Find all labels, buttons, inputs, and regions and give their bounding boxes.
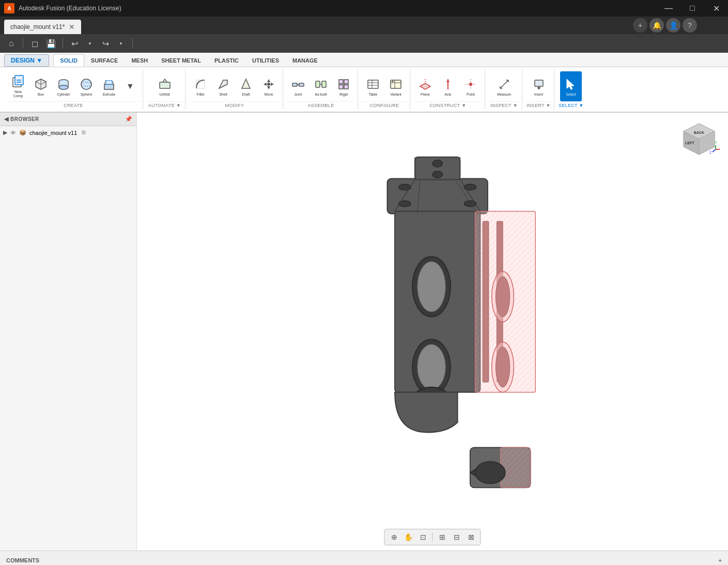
unfold-button[interactable]: Unfold	[154, 71, 176, 101]
design-dropdown[interactable]: DESIGN ▼	[4, 54, 49, 67]
tab-solid[interactable]: SOLID	[53, 54, 84, 67]
title-text: Autodesk Fusion (Education License)	[19, 5, 121, 12]
insert-buttons: Insert	[528, 71, 550, 101]
pan-button[interactable]: ✋	[402, 531, 415, 543]
help-button[interactable]: ?	[683, 18, 697, 33]
rigid-group-button[interactable]: Rigid	[333, 71, 354, 101]
separator-2	[63, 38, 63, 49]
plane-button[interactable]: Plane	[414, 71, 436, 101]
tab-utilities[interactable]: UTILITIES	[245, 54, 286, 67]
grid-button[interactable]: ⊟	[451, 531, 463, 543]
svg-marker-47	[446, 79, 450, 82]
select-label: SELECT ▼	[559, 101, 584, 109]
asbuilt-joint-button[interactable]: As-built	[310, 71, 332, 101]
undo-button[interactable]: ↩	[67, 36, 82, 51]
zoom-fit-button[interactable]: ⊡	[417, 531, 429, 543]
browser-item-settings[interactable]: ⚙	[81, 129, 86, 136]
insert-group: Insert INSERT ▼	[523, 69, 554, 110]
svg-marker-21	[267, 79, 270, 82]
tab-bar: chaojie_mount v11* ✕ + 🔔 👤 ?	[0, 17, 728, 34]
new-tab-button[interactable]: +	[633, 18, 647, 33]
app-icon: A	[4, 3, 14, 13]
comments-expand[interactable]: +	[719, 557, 722, 563]
browser-item-label: chaojie_mount v11	[29, 130, 77, 136]
browser-collapse-icon[interactable]: ◀	[4, 116, 8, 123]
redo-button[interactable]: ↪	[98, 36, 113, 51]
browser-pin-icon[interactable]: 📌	[125, 116, 132, 123]
cylinder-button[interactable]: Cylinder	[53, 71, 74, 101]
svg-rect-34	[339, 85, 343, 89]
svg-rect-18	[160, 82, 170, 88]
svg-point-93	[496, 277, 510, 317]
assemble-label: ASSEMBLE	[287, 101, 354, 109]
display-settings-button[interactable]: ⊞	[436, 531, 448, 543]
model-svg	[267, 151, 598, 513]
redo-dropdown[interactable]: ▼	[114, 36, 128, 51]
draft-button[interactable]: Draft	[235, 71, 257, 101]
svg-rect-98	[500, 447, 530, 487]
maximize-button[interactable]: □	[680, 0, 704, 17]
extrude-button[interactable]: Extrude	[98, 71, 120, 101]
svg-point-95	[496, 347, 510, 387]
tab-label: chaojie_mount v11*	[10, 23, 65, 30]
chamfer-button[interactable]: Shell	[212, 71, 234, 101]
separator-1	[23, 38, 23, 49]
configure-group: Table Variant CONFIGURE	[359, 69, 410, 110]
svg-point-85	[417, 261, 445, 311]
new-component-button[interactable]: NewComp	[7, 71, 29, 101]
home-button[interactable]: ⌂	[4, 36, 19, 51]
viewport[interactable]: BACK LEFT X Y Z	[137, 113, 728, 551]
svg-rect-35	[344, 85, 348, 89]
move-button[interactable]: Move	[258, 71, 280, 101]
vp-separator	[432, 533, 433, 541]
notifications-button[interactable]: 🔔	[649, 18, 664, 33]
orbit-button[interactable]: ⊕	[388, 531, 400, 543]
comments-left: COMMENTS	[6, 557, 39, 563]
view-cube-button[interactable]: ⊠	[465, 531, 477, 543]
axis-button[interactable]: Axis	[437, 71, 459, 101]
select-button[interactable]: Select	[560, 71, 582, 101]
undo-dropdown[interactable]: ▼	[83, 36, 97, 51]
configure-button[interactable]: Variant	[385, 71, 407, 101]
browser-eye-icon[interactable]: 👁	[10, 130, 16, 136]
minimize-button[interactable]: —	[657, 0, 680, 17]
select-buttons: Select	[560, 71, 582, 101]
modify-buttons: Fillet Shell Draft Move	[190, 71, 280, 101]
ribbon-tabs: DESIGN ▼ SOLID SURFACE MESH SHEET METAL …	[0, 53, 728, 67]
svg-rect-90	[483, 221, 489, 382]
save-button[interactable]: 💾	[44, 36, 58, 51]
joint-button[interactable]: Joint	[287, 71, 309, 101]
new-button[interactable]: ◻	[27, 36, 42, 51]
active-tab[interactable]: chaojie_mount v11* ✕	[4, 20, 81, 34]
comments-label: COMMENTS	[6, 557, 39, 563]
point-button[interactable]: Point	[460, 71, 482, 101]
tab-plastic[interactable]: PLASTIC	[208, 54, 245, 67]
separator-3	[132, 38, 133, 49]
svg-point-12	[81, 79, 91, 89]
tab-close-button[interactable]: ✕	[69, 23, 75, 31]
measure-button[interactable]: Measure	[493, 71, 515, 101]
browser-component-icon: 📦	[19, 129, 26, 136]
fillet-button[interactable]: Fillet	[190, 71, 211, 101]
svg-point-9	[59, 85, 68, 89]
construct-label: CONSTRUCT ▼	[414, 101, 482, 109]
tab-surface[interactable]: SURFACE	[84, 54, 125, 67]
tab-sheet-metal[interactable]: SHEET METAL	[154, 54, 208, 67]
close-button[interactable]: ✕	[704, 0, 728, 17]
create-more-button[interactable]: ▼	[121, 80, 140, 93]
ribbon: NewComp Box Cylinder Sphere Extrude	[0, 67, 728, 113]
tab-manage[interactable]: MANAGE	[286, 54, 324, 67]
inspect-buttons: Measure	[493, 71, 515, 101]
browser-expand-icon[interactable]: ▶	[3, 129, 7, 136]
quick-access-toolbar: ⌂ ◻ 💾 ↩ ▼ ↪ ▼	[0, 34, 728, 53]
svg-marker-22	[267, 86, 270, 89]
account-button[interactable]: 👤	[666, 18, 680, 33]
insert-button[interactable]: Insert	[528, 71, 550, 101]
box-button[interactable]: Box	[30, 71, 52, 101]
title-bar: A Autodesk Fusion (Education License) — …	[0, 0, 728, 17]
tab-mesh[interactable]: MESH	[125, 54, 154, 67]
svg-line-51	[500, 80, 508, 88]
param-table-button[interactable]: Table	[362, 71, 384, 101]
sphere-button[interactable]: Sphere	[75, 71, 97, 101]
automate-group: Unfold AUTOMATE ▼	[144, 69, 185, 110]
